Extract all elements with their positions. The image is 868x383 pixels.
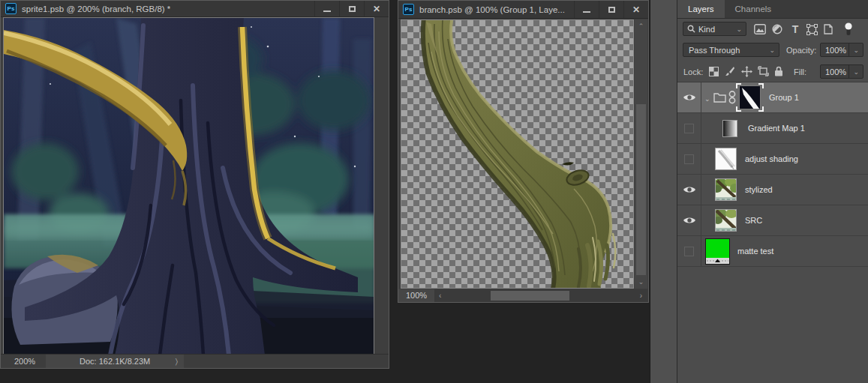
layer-thumbnail-adjust-shading[interactable]	[715, 148, 737, 170]
lock-row: Lock: Fill: 100% ⌄	[677, 61, 868, 82]
layer-row-gradient-map-1[interactable]: Gradient Map 1	[677, 113, 868, 144]
close-icon: ✕	[632, 5, 640, 14]
minimize-icon	[583, 11, 590, 13]
layer-row-matte-test[interactable]: matte test	[677, 236, 868, 267]
close-button[interactable]: ✕	[364, 1, 389, 16]
horizontal-scrollbar-thumb[interactable]	[491, 291, 569, 301]
doc-size-field[interactable]: Doc: 162.1K/8.23M 〉	[46, 355, 184, 368]
tab-channels[interactable]: Channels	[725, 0, 782, 18]
visibility-toggle[interactable]	[677, 236, 701, 266]
minimize-button[interactable]	[314, 1, 339, 16]
filter-shape-layers-icon[interactable]	[805, 22, 818, 36]
layer-name: matte test	[737, 236, 773, 266]
opacity-value: 100%	[821, 46, 846, 55]
close-icon: ✕	[373, 4, 380, 13]
panel-dock-divider[interactable]	[650, 0, 677, 383]
visibility-toggle[interactable]	[677, 175, 701, 205]
scroll-down-icon[interactable]: ⌄	[635, 277, 647, 287]
branch-titlebar[interactable]: Ps branch.psb @ 100% (Group 1, Laye... ✕	[398, 1, 648, 19]
layer-thumbnail-src[interactable]	[715, 209, 737, 232]
sprite-titlebar[interactable]: Ps sprite1.psb @ 200% (branch, RGB/8) * …	[1, 1, 389, 17]
search-icon	[687, 25, 695, 33]
layer-name: adjust shading	[745, 144, 798, 174]
fill-label: Fill:	[794, 67, 806, 76]
horizontal-scrollbar[interactable]: ‹ ›	[434, 289, 648, 302]
folder-icon	[713, 92, 726, 103]
chevron-down-icon: ⌄	[732, 25, 746, 33]
minimize-icon	[323, 10, 331, 12]
sprite-zoom-field[interactable]: 200%	[14, 357, 35, 366]
visibility-empty-box	[684, 154, 694, 164]
vertical-scrollbar[interactable]: ⌃ ⌄	[635, 19, 647, 289]
opacity-dropdown[interactable]: 100% ⌄	[820, 43, 863, 57]
branch-statusbar: 100% ‹ ›	[398, 289, 648, 302]
branch-artwork	[401, 20, 634, 289]
scroll-up-icon[interactable]: ⌃	[635, 21, 647, 31]
visibility-toggle[interactable]	[677, 82, 701, 112]
filtering-toggle[interactable]	[842, 22, 855, 36]
layer-name: Gradient Map 1	[748, 113, 805, 143]
photoshop-file-icon: Ps	[403, 4, 414, 15]
layer-row-group-1[interactable]: ⌄ Group 1	[677, 82, 868, 113]
layer-row-src[interactable]: SRC	[677, 205, 868, 236]
lock-image-brush-icon[interactable]	[724, 65, 736, 77]
layer-thumbnail-group-1[interactable]	[739, 85, 761, 109]
layer-thumbnail-gradient-map[interactable]	[722, 120, 737, 137]
fill-dropdown[interactable]: 100% ⌄	[820, 64, 863, 79]
lock-label: Lock:	[683, 67, 703, 76]
maximize-icon	[349, 6, 356, 12]
layer-row-adjust-shading[interactable]: adjust shading	[677, 144, 868, 175]
branch-zoom-field[interactable]: 100%	[398, 289, 434, 302]
chevron-down-icon: ⌄	[849, 46, 863, 54]
lock-transparency-icon[interactable]	[707, 65, 719, 77]
filter-smart-objects-icon[interactable]	[821, 22, 835, 36]
sprite-canvas-forest-scene[interactable]	[3, 17, 374, 355]
blend-mode-dropdown[interactable]: Pass Through ⌄	[683, 43, 779, 57]
maximize-button[interactable]	[599, 1, 623, 18]
layer-thumbnail-stylized[interactable]	[715, 178, 737, 201]
visibility-empty-box	[684, 124, 694, 133]
scroll-right-icon[interactable]: ›	[640, 289, 642, 302]
matte-green-swatch	[706, 239, 729, 258]
filter-kind-dropdown[interactable]: Kind ⌄	[683, 22, 746, 36]
selection-corner-icon	[736, 106, 741, 112]
lock-all-icon[interactable]	[773, 65, 785, 77]
link-icon	[728, 90, 736, 105]
eye-icon	[683, 216, 696, 225]
visibility-empty-box	[684, 247, 694, 256]
lock-position-icon[interactable]	[740, 65, 752, 77]
layer-row-stylized[interactable]: stylized	[677, 175, 868, 205]
layer-thumbnail-matte-test[interactable]	[705, 238, 730, 265]
vertical-scrollbar-thumb[interactable]	[636, 104, 646, 275]
visibility-toggle[interactable]	[677, 113, 701, 143]
blend-mode-row: Pass Through ⌄ Opacity: 100% ⌄	[677, 40, 868, 61]
scroll-left-icon[interactable]: ‹	[439, 289, 441, 302]
filter-pixel-layers-icon[interactable]	[753, 22, 767, 36]
visibility-toggle[interactable]	[677, 144, 701, 174]
tab-channels-label: Channels	[735, 4, 772, 13]
layer-filter-row: Kind ⌄ T	[677, 19, 868, 40]
selection-corner-icon	[758, 106, 764, 112]
lock-artboard-icon[interactable]	[757, 65, 769, 77]
chevron-down-icon: ⌄	[765, 46, 779, 54]
minimize-button[interactable]	[574, 1, 599, 18]
filter-adjustment-layers-icon[interactable]	[770, 22, 784, 36]
layer-name: stylized	[745, 175, 773, 205]
panel-tab-bar: Layers Channels	[677, 0, 868, 19]
tab-layers[interactable]: Layers	[677, 0, 725, 18]
layer-name: Group 1	[769, 82, 799, 112]
opacity-label: Opacity:	[786, 46, 816, 55]
chevron-down-icon: ⌄	[849, 68, 863, 76]
maximize-button[interactable]	[339, 1, 364, 16]
eye-icon	[683, 93, 696, 102]
filter-type-layers-icon[interactable]: T	[788, 22, 802, 36]
filter-kind-label: Kind	[698, 25, 715, 34]
eye-icon	[683, 185, 696, 194]
branch-canvas-transparent[interactable]	[401, 19, 634, 289]
layer-name: SRC	[745, 205, 762, 235]
close-button[interactable]: ✕	[623, 1, 648, 18]
selection-corner-icon	[758, 83, 764, 88]
visibility-toggle[interactable]	[677, 205, 701, 235]
branch-window-title: branch.psb @ 100% (Group 1, Laye...	[419, 5, 565, 14]
group-expand-chevron-icon[interactable]: ⌄	[704, 95, 710, 103]
